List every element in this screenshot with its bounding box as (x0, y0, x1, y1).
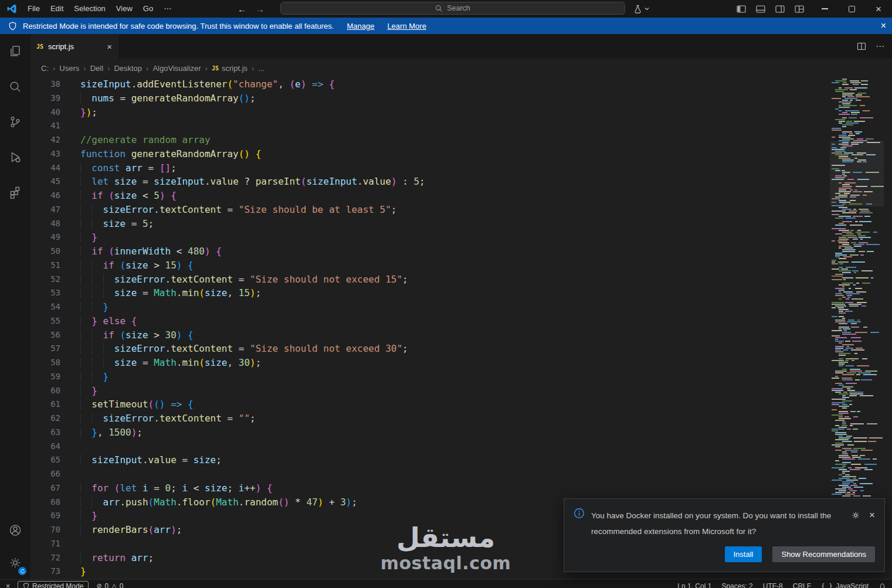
code-line[interactable]: 46 if (size < 5) { (30, 189, 830, 203)
cursor-position[interactable]: Ln 1, Col 1 (677, 582, 711, 588)
account-icon[interactable] (0, 514, 30, 546)
indentation-status[interactable]: Spaces: 2 (721, 582, 752, 588)
code-line[interactable]: 45 let size = sizeInput.value ? parseInt… (30, 175, 830, 189)
forward-button[interactable]: → (256, 4, 264, 14)
code-line[interactable]: 39 nums = generateRandomArray(); (30, 91, 830, 106)
code-line[interactable]: 64 (30, 440, 830, 454)
run-debug-icon[interactable] (0, 140, 30, 175)
notification-close-icon[interactable]: × (869, 510, 875, 520)
code-line[interactable]: 48 size = 5; (30, 217, 830, 231)
close-window-button[interactable]: × (865, 0, 892, 18)
eol-status[interactable]: CRLF (793, 582, 811, 588)
line-number: 50 (30, 244, 80, 259)
code-line[interactable]: 44 const arr = []; (30, 161, 830, 175)
menu-file[interactable]: File (22, 2, 45, 15)
language-mode[interactable]: { } JavaScript (821, 582, 869, 588)
breadcrumb-label: script.js (222, 64, 247, 73)
breadcrumb-item[interactable]: Desktop (114, 64, 142, 73)
remote-indicator[interactable]: × (6, 582, 10, 588)
encoding-status[interactable]: UTF-8 (763, 582, 783, 588)
code-line[interactable]: 41 (30, 119, 830, 133)
source-control-icon[interactable] (0, 104, 30, 140)
status-bar: × Restricted Mode ⊘ 0 △ 0 Ln 1, Col 1 Sp… (0, 579, 892, 588)
breadcrumb-item[interactable]: Dell (90, 64, 103, 73)
banner-close-icon[interactable]: × (881, 21, 886, 31)
banner-text: Restricted Mode is intended for safe cod… (23, 22, 334, 30)
code-line[interactable]: 57 sizeError.textContent = "Size should … (30, 342, 830, 356)
chevron-down-icon[interactable] (644, 6, 650, 12)
code-line[interactable]: 42//generate random array (30, 133, 830, 147)
show-recommendations-button[interactable]: Show Recommendations (772, 546, 875, 562)
code-line[interactable]: 54 } (30, 300, 830, 314)
breadcrumb-item[interactable]: ... (258, 64, 264, 73)
title-bar: FileEditSelectionViewGo⋯ ← → Search (0, 0, 892, 18)
manage-link[interactable]: Manage (347, 22, 374, 30)
tab-close-icon[interactable]: × (107, 42, 112, 52)
menu-selection[interactable]: Selection (69, 2, 110, 15)
menu-more[interactable]: ⋯ (158, 2, 177, 15)
menu-go[interactable]: Go (138, 2, 158, 15)
menu-edit[interactable]: Edit (45, 2, 69, 15)
code-line[interactable]: 38sizeInput.addEventListener("change", (… (30, 77, 830, 91)
bell-icon[interactable] (879, 582, 886, 588)
code-line[interactable]: 50 if (innerWidth < 480) { (30, 244, 830, 259)
tab-script-js[interactable]: JS script.js × (30, 34, 118, 59)
breadcrumb-item[interactable]: C: (41, 64, 49, 73)
explorer-icon[interactable] (0, 34, 30, 69)
minimize-button[interactable] (811, 0, 838, 18)
code-line[interactable]: 43function generateRandomArray() { (30, 147, 830, 161)
code-line[interactable]: 67 for (let i = 0; i < size; i++) { (30, 481, 830, 495)
settings-gear-icon[interactable] (0, 546, 30, 579)
code-line[interactable]: 61 setTimeout(() => { (30, 397, 830, 412)
breadcrumb-item[interactable]: JSscript.js (212, 64, 247, 73)
toggle-panel-icon[interactable] (756, 5, 765, 13)
code-line[interactable]: 47 sizeError.textContent = "Size should … (30, 203, 830, 217)
restricted-mode-banner: Restricted Mode is intended for safe cod… (0, 18, 892, 34)
search-box[interactable]: Search (280, 2, 625, 15)
breadcrumb-item[interactable]: AlgoVisualizer (152, 64, 201, 73)
code-line[interactable]: 66 (30, 467, 830, 481)
toggle-secondary-sidebar-icon[interactable] (775, 5, 785, 13)
code-line[interactable]: 62 sizeError.textContent = ""; (30, 412, 830, 426)
code-line[interactable]: 65 sizeInput.value = size; (30, 453, 830, 467)
scrollbar[interactable] (884, 77, 892, 579)
code-line[interactable]: 59 } (30, 370, 830, 384)
search-sidebar-icon[interactable] (0, 69, 30, 104)
notification-settings-gear-icon[interactable] (851, 511, 860, 520)
line-number: 63 (30, 426, 80, 440)
code-line[interactable]: 60 } (30, 384, 830, 398)
code-line[interactable]: 40}); (30, 106, 830, 120)
code-line[interactable]: 52 sizeError.textContent = "Size should … (30, 273, 830, 287)
extensions-icon[interactable] (0, 175, 30, 210)
breadcrumb-item[interactable]: Users (59, 64, 79, 73)
code-line[interactable]: 56 if (size > 30) { (30, 328, 830, 342)
learn-more-link[interactable]: Learn More (387, 22, 426, 30)
warning-icon: △ (111, 582, 116, 588)
install-button[interactable]: Install (725, 546, 762, 562)
shield-icon (8, 22, 17, 30)
sync-badge (18, 567, 26, 575)
split-editor-icon[interactable] (857, 42, 866, 51)
line-number: 68 (30, 495, 80, 509)
code-line[interactable]: 53 size = Math.min(size, 15); (30, 286, 830, 300)
code-line[interactable]: 63 }, 1500); (30, 426, 830, 440)
menu-view[interactable]: View (111, 2, 138, 15)
line-number: 44 (30, 161, 80, 175)
beaker-icon[interactable] (633, 5, 642, 13)
maximize-button[interactable] (838, 0, 865, 18)
notification-toast: You have Docker installed on your system… (564, 498, 885, 572)
back-button[interactable]: ← (238, 4, 246, 14)
problems-status[interactable]: ⊘ 0 △ 0 (96, 582, 123, 588)
restricted-mode-status[interactable]: Restricted Mode (18, 581, 89, 588)
code-line[interactable]: 58 size = Math.min(size, 30); (30, 356, 830, 370)
shield-small-icon (23, 583, 29, 588)
code-line[interactable]: 55 } else { (30, 314, 830, 328)
customize-layout-icon[interactable] (795, 5, 804, 13)
more-actions-icon[interactable]: ⋯ (876, 41, 885, 52)
line-number: 42 (30, 133, 80, 147)
code-line[interactable]: 49 } (30, 230, 830, 244)
code-line[interactable]: 51 if (size > 15) { (30, 259, 830, 273)
chevron-right-icon: › (107, 64, 110, 73)
toggle-sidebar-icon[interactable] (737, 5, 746, 13)
line-number: 46 (30, 189, 80, 203)
